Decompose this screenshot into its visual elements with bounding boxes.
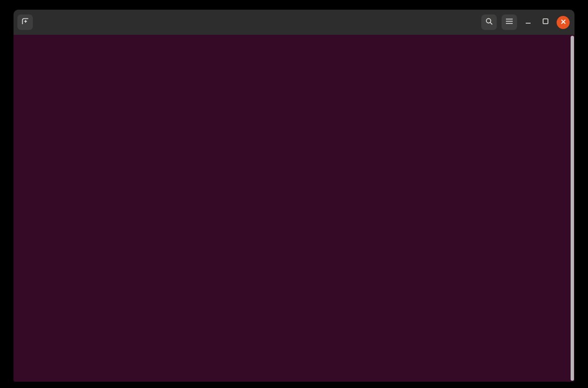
search-icon [485,17,493,28]
terminal-screen[interactable] [14,35,574,382]
hamburger-menu-icon [505,18,513,27]
maximize-button[interactable] [539,16,552,29]
new-tab-button[interactable] [17,14,33,30]
minimize-button[interactable] [522,16,534,29]
terminal-window [14,10,574,382]
menu-button[interactable] [502,14,517,30]
titlebar[interactable] [14,10,574,35]
close-icon [560,18,566,27]
maximize-icon [542,18,549,27]
new-tab-icon [21,17,29,28]
scrollbar[interactable] [571,36,574,381]
search-button[interactable] [481,14,497,30]
minimize-icon [525,18,532,27]
close-button[interactable] [557,16,570,29]
